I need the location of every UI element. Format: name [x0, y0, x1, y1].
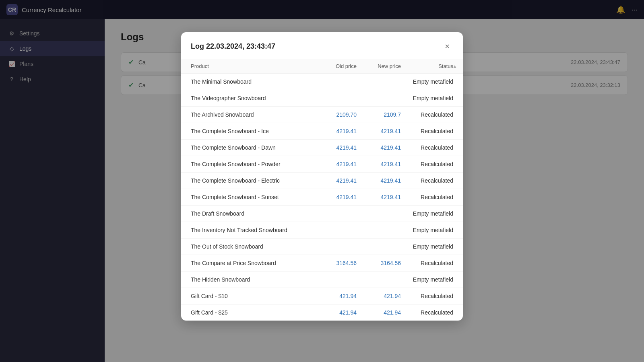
col-header-old-price: Old price	[312, 63, 357, 69]
cell-product: The Complete Snowboard - Electric	[191, 177, 312, 184]
table-row: Gift Card - $10 421.94 421.94 Recalculat…	[181, 288, 463, 304]
table-row: The Inventory Not Tracked Snowboard Empt…	[181, 222, 463, 239]
cell-new-price: 421.94	[357, 293, 401, 299]
cell-old-price: 3164.56	[312, 260, 357, 266]
cell-old-price: 4219.41	[312, 177, 357, 184]
cell-old-price: 2109.70	[312, 111, 357, 118]
cell-new-price: 421.94	[357, 309, 401, 316]
cell-new-price: 3164.56	[357, 260, 401, 266]
cell-status: Empty metafield	[401, 243, 453, 250]
cell-old-price: 4219.41	[312, 161, 357, 167]
cell-status: Recalculated	[401, 260, 453, 266]
cell-status: Recalculated	[401, 161, 453, 167]
modal-header: Log 22.03.2024, 23:43:47 ×	[181, 32, 463, 59]
col-header-status: Status	[401, 63, 453, 69]
table-row: The Complete Snowboard - Sunset 4219.41 …	[181, 189, 463, 206]
cell-status: Recalculated	[401, 194, 453, 200]
modal-overlay: Log 22.03.2024, 23:43:47 × Product Old p…	[0, 0, 644, 362]
cell-product: The Complete Snowboard - Ice	[191, 128, 312, 134]
cell-status: Empty metafield	[401, 227, 453, 233]
cell-old-price: 4219.41	[312, 194, 357, 200]
cell-old-price: 421.94	[312, 293, 357, 299]
table-body[interactable]: The Minimal Snowboard Empty metafield Th…	[181, 74, 463, 321]
col-header-product: Product	[191, 63, 312, 69]
cell-old-price: 421.94	[312, 309, 357, 316]
cell-product: The Hidden Snowboard	[191, 276, 312, 283]
table-row: The Compare at Price Snowboard 3164.56 3…	[181, 255, 463, 272]
table-row: The Videographer Snowboard Empty metafie…	[181, 90, 463, 107]
cell-new-price: 4219.41	[357, 161, 401, 167]
cell-product: The Draft Snowboard	[191, 210, 312, 217]
cell-product: The Archived Snowboard	[191, 111, 312, 118]
table-row: The Archived Snowboard 2109.70 2109.7 Re…	[181, 107, 463, 123]
cell-product: Gift Card - $25	[191, 309, 312, 316]
cell-status: Empty metafield	[401, 95, 453, 101]
modal-close-button[interactable]: ×	[441, 40, 453, 52]
modal: Log 22.03.2024, 23:43:47 × Product Old p…	[181, 32, 463, 321]
cell-status: Empty metafield	[401, 78, 453, 85]
cell-product: The Compare at Price Snowboard	[191, 260, 312, 266]
cell-old-price: 4219.41	[312, 144, 357, 151]
cell-product: The Out of Stock Snowboard	[191, 243, 312, 250]
cell-new-price: 4219.41	[357, 128, 401, 134]
table-row: The Out of Stock Snowboard Empty metafie…	[181, 239, 463, 255]
cell-status: Recalculated	[401, 293, 453, 299]
cell-status: Recalculated	[401, 309, 453, 316]
scroll-indicator: ▲	[452, 64, 457, 69]
cell-status: Recalculated	[401, 144, 453, 151]
table-row: The Complete Snowboard - Ice 4219.41 421…	[181, 123, 463, 140]
table-row: The Complete Snowboard - Powder 4219.41 …	[181, 156, 463, 173]
table-row: The Hidden Snowboard Empty metafield	[181, 272, 463, 288]
table-row: The Draft Snowboard Empty metafield	[181, 206, 463, 222]
cell-status: Empty metafield	[401, 210, 453, 217]
cell-product: The Complete Snowboard - Dawn	[191, 144, 312, 151]
cell-product: The Complete Snowboard - Sunset	[191, 194, 312, 200]
cell-new-price: 4219.41	[357, 144, 401, 151]
table-header: Product Old price New price Status ▲	[181, 59, 463, 74]
cell-status: Recalculated	[401, 128, 453, 134]
cell-old-price: 4219.41	[312, 128, 357, 134]
cell-product: The Complete Snowboard - Powder	[191, 161, 312, 167]
cell-new-price: 4219.41	[357, 177, 401, 184]
cell-status: Empty metafield	[401, 276, 453, 283]
table-row: The Minimal Snowboard Empty metafield	[181, 74, 463, 90]
cell-new-price: 2109.7	[357, 111, 401, 118]
table-row: Gift Card - $25 421.94 421.94 Recalculat…	[181, 304, 463, 321]
modal-title: Log 22.03.2024, 23:43:47	[191, 42, 275, 51]
col-header-new-price: New price	[357, 63, 401, 69]
table-row: The Complete Snowboard - Electric 4219.4…	[181, 173, 463, 189]
cell-status: Recalculated	[401, 177, 453, 184]
table-row: The Complete Snowboard - Dawn 4219.41 42…	[181, 140, 463, 156]
cell-product: The Videographer Snowboard	[191, 95, 312, 101]
cell-product: The Inventory Not Tracked Snowboard	[191, 227, 312, 233]
cell-product: Gift Card - $10	[191, 293, 312, 299]
cell-new-price: 4219.41	[357, 194, 401, 200]
cell-product: The Minimal Snowboard	[191, 78, 312, 85]
cell-status: Recalculated	[401, 111, 453, 118]
